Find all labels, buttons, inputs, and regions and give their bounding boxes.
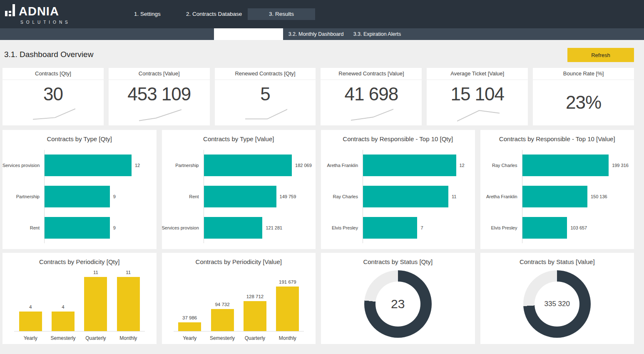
bar-row: Aretha Franklin150 136 [480,181,633,212]
kpi-card-contracts-value: Contracts [Value]453 109 [109,68,210,125]
subnav-tab-monthly-dashboard[interactable]: 3.2. Monthly Dashboard [283,28,349,40]
bar-category-label: Elvis Presley [480,225,522,230]
chart-contracts-by-type-value: Contracts by Type [Value]Partnership182 … [162,130,316,249]
bar-track: 121 281 [204,212,314,243]
kpi-value: 30 [43,85,63,103]
kpi-title: Contracts [Value] [109,68,210,80]
bar [522,217,567,239]
bar-track: 7 [363,212,473,243]
title-row: 3.1. Dashboard Overview Refresh [2,40,634,68]
bar-track: 9 [44,212,155,243]
bar-track: 9 [44,181,155,212]
kpi-card-renewed-contracts-qty: Renewed Contracts [Qty]5 [215,68,316,125]
bar-plot: Services provision12Partnership9Rent9 [2,150,155,243]
subnav-tab-expiration-alerts[interactable]: 3.3. Expiration Alerts [350,28,405,40]
kpi-title: Contracts [Qty] [2,68,104,80]
chart-contracts-by-responsible-value: Contracts by Responsible - Top 10 [Value… [480,130,634,249]
column-category-label: Semesterly [47,335,79,341]
column-bar [211,309,234,331]
bar-category-label: Aretha Franklin [480,194,522,199]
column-category-label: Yearly [14,335,47,341]
refresh-button[interactable]: Refresh [567,48,634,62]
chart-contracts-by-periodicity-qty: Contracts by Periodicity [Qty]441111Year… [2,253,157,344]
bar-value-label: 182 069 [295,163,312,168]
column-slot: 4 [14,304,47,331]
bar-category-label: Ray Charles [480,163,522,168]
bar-track: 11 [363,181,473,212]
column-value-label: 11 [93,270,98,275]
bar-plot: Aretha Franklin12Ray Charles11Elvis Pres… [321,150,473,243]
bar-row: Elvis Presley7 [321,212,473,243]
chart-title: Contracts by Periodicity [Qty] [2,253,157,265]
bar [522,155,609,176]
chart-title: Contracts by Status [Value] [480,253,634,265]
nav-item-results[interactable]: 3. Results [248,8,315,20]
column-bar [178,322,201,331]
bar-category-label: Rent [162,194,204,199]
kpi-title: Renewed Contracts [Value] [321,68,422,80]
bar-row: Services provision121 281 [162,212,314,243]
donut-hole: 23 [375,282,420,327]
subnav-tab-dashboard-overview[interactable]: 3.1. Dashboard Overview [214,28,283,40]
bar-value-label: 149 759 [280,194,296,199]
column-value-label: 37 986 [182,315,197,320]
column-category-label: Monthly [271,335,304,341]
bar [45,217,110,239]
chart-contracts-by-periodicity-value: Contracts by Periodicity [Value]37 98694… [162,253,316,344]
bar-value-label: 199 316 [612,163,629,168]
column-value-label: 128 712 [246,294,264,299]
chart-title: Contracts by Responsible - Top 10 [Value… [480,130,634,142]
column-plot: 441111 [14,268,145,332]
kpi-sparkline [457,108,500,122]
nav-item-settings[interactable]: 1. Settings [134,8,161,20]
column-category-row: YearlySemesterlyQuarterlyMonthly [174,335,304,341]
column-slot: 11 [80,270,112,331]
chart-title: Contracts by Type [Value] [162,130,316,142]
kpi-value: 41 698 [345,85,398,103]
bar-row: Partnership9 [2,181,155,212]
chart-title: Contracts by Periodicity [Value] [162,253,316,265]
column-slot: 94 732 [206,302,239,331]
bar-plot: Partnership182 069Rent149 759Services pr… [162,150,314,243]
donut-ring: 335 320 [523,270,591,338]
column-category-label: Monthly [112,335,144,341]
column-slot: 4 [47,304,79,331]
bar-row: Ray Charles199 316 [480,150,633,181]
donut-center-value: 23 [391,297,405,311]
bar-value-label: 12 [135,163,140,168]
kpi-sparkline [245,108,288,122]
bar-row: Rent9 [2,212,155,243]
bar-value-label: 11 [452,194,456,199]
bar-value-label: 103 657 [570,225,587,230]
kpi-value: 23% [566,93,601,112]
brand-logo: ADNIA SOLUTIONS [5,4,71,25]
nav-item-contracts-database[interactable]: 2. Contracts Database [186,8,242,20]
donut-center-value: 335 320 [545,300,570,308]
bar-category-label: Services provision [2,163,44,168]
bar-charts-row: Contracts by Type [Qty]Services provisio… [2,130,634,249]
bar-category-label: Partnership [162,163,204,168]
column-bar [117,277,140,331]
bar [363,186,448,207]
chart-contracts-by-responsible-qty: Contracts by Responsible - Top 10 [Qty]A… [321,130,475,249]
column-slot: 37 986 [174,315,206,331]
bar-category-label: Partnership [2,194,44,199]
kpi-sparkline [351,108,393,122]
bar-value-label: 9 [113,225,116,230]
bar-chart-logo-icon [5,4,15,16]
donut-ring: 23 [364,270,432,338]
column-plot: 37 98694 732128 712191 679 [174,268,304,332]
bar-value-label: 7 [420,225,423,230]
column-category-label: Semesterly [206,335,239,341]
column-category-label: Yearly [174,335,206,341]
column-category-label: Quarterly [239,335,271,341]
kpi-title: Bounce Rate [%] [533,68,634,80]
chart-title: Contracts by Status [Qty] [321,253,475,265]
column-value-label: 94 732 [215,302,229,307]
bar-row: Ray Charles11 [321,181,473,212]
kpi-card-average-ticket-value: Average Ticket [Value]15 104 [427,68,528,125]
bar [204,217,263,239]
bar-value-label: 150 136 [591,194,607,199]
bar-category-label: Services provision [162,225,204,230]
kpi-card-bounce-rate: Bounce Rate [%]23% [533,68,634,125]
